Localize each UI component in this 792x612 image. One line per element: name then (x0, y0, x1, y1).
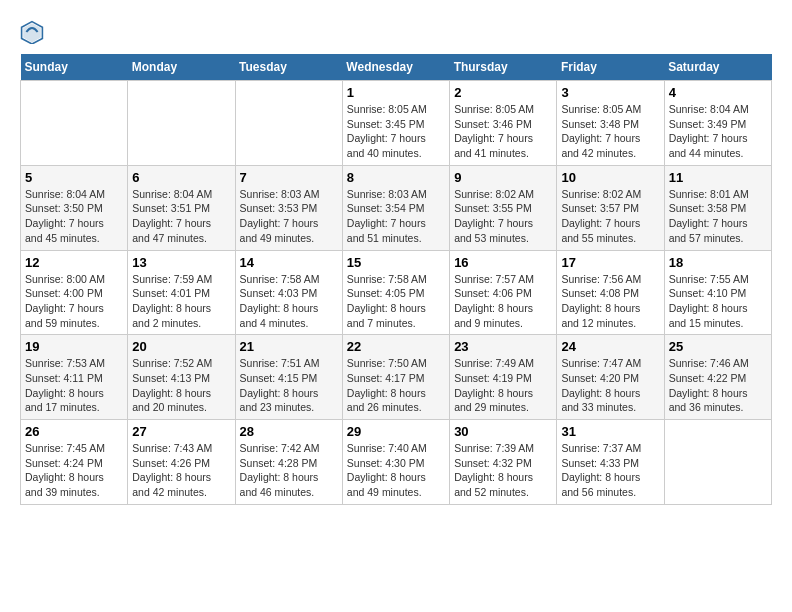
calendar-cell: 4Sunrise: 8:04 AM Sunset: 3:49 PM Daylig… (664, 81, 771, 166)
calendar-cell: 28Sunrise: 7:42 AM Sunset: 4:28 PM Dayli… (235, 420, 342, 505)
day-info: Sunrise: 7:59 AM Sunset: 4:01 PM Dayligh… (132, 272, 230, 331)
calendar-cell: 26Sunrise: 7:45 AM Sunset: 4:24 PM Dayli… (21, 420, 128, 505)
day-number: 30 (454, 424, 552, 439)
calendar-week-row: 26Sunrise: 7:45 AM Sunset: 4:24 PM Dayli… (21, 420, 772, 505)
calendar-cell: 24Sunrise: 7:47 AM Sunset: 4:20 PM Dayli… (557, 335, 664, 420)
day-info: Sunrise: 7:40 AM Sunset: 4:30 PM Dayligh… (347, 441, 445, 500)
calendar-cell: 31Sunrise: 7:37 AM Sunset: 4:33 PM Dayli… (557, 420, 664, 505)
weekday-header-row: SundayMondayTuesdayWednesdayThursdayFrid… (21, 54, 772, 81)
calendar-cell: 23Sunrise: 7:49 AM Sunset: 4:19 PM Dayli… (450, 335, 557, 420)
calendar-cell: 5Sunrise: 8:04 AM Sunset: 3:50 PM Daylig… (21, 165, 128, 250)
weekday-header-sunday: Sunday (21, 54, 128, 81)
day-info: Sunrise: 8:02 AM Sunset: 3:57 PM Dayligh… (561, 187, 659, 246)
day-info: Sunrise: 7:39 AM Sunset: 4:32 PM Dayligh… (454, 441, 552, 500)
day-info: Sunrise: 7:43 AM Sunset: 4:26 PM Dayligh… (132, 441, 230, 500)
day-number: 22 (347, 339, 445, 354)
day-number: 6 (132, 170, 230, 185)
day-info: Sunrise: 7:58 AM Sunset: 4:05 PM Dayligh… (347, 272, 445, 331)
day-number: 24 (561, 339, 659, 354)
day-info: Sunrise: 7:42 AM Sunset: 4:28 PM Dayligh… (240, 441, 338, 500)
weekday-header-tuesday: Tuesday (235, 54, 342, 81)
calendar-cell (21, 81, 128, 166)
calendar-cell: 3Sunrise: 8:05 AM Sunset: 3:48 PM Daylig… (557, 81, 664, 166)
day-info: Sunrise: 8:00 AM Sunset: 4:00 PM Dayligh… (25, 272, 123, 331)
calendar-week-row: 12Sunrise: 8:00 AM Sunset: 4:00 PM Dayli… (21, 250, 772, 335)
day-info: Sunrise: 8:05 AM Sunset: 3:46 PM Dayligh… (454, 102, 552, 161)
logo (20, 20, 48, 44)
day-number: 12 (25, 255, 123, 270)
day-info: Sunrise: 8:02 AM Sunset: 3:55 PM Dayligh… (454, 187, 552, 246)
day-number: 19 (25, 339, 123, 354)
day-info: Sunrise: 7:45 AM Sunset: 4:24 PM Dayligh… (25, 441, 123, 500)
day-number: 8 (347, 170, 445, 185)
day-number: 4 (669, 85, 767, 100)
day-info: Sunrise: 7:58 AM Sunset: 4:03 PM Dayligh… (240, 272, 338, 331)
calendar-week-row: 5Sunrise: 8:04 AM Sunset: 3:50 PM Daylig… (21, 165, 772, 250)
day-info: Sunrise: 8:04 AM Sunset: 3:50 PM Dayligh… (25, 187, 123, 246)
day-info: Sunrise: 7:55 AM Sunset: 4:10 PM Dayligh… (669, 272, 767, 331)
calendar-cell: 12Sunrise: 8:00 AM Sunset: 4:00 PM Dayli… (21, 250, 128, 335)
day-number: 17 (561, 255, 659, 270)
calendar-cell: 27Sunrise: 7:43 AM Sunset: 4:26 PM Dayli… (128, 420, 235, 505)
calendar-cell: 11Sunrise: 8:01 AM Sunset: 3:58 PM Dayli… (664, 165, 771, 250)
calendar-week-row: 1Sunrise: 8:05 AM Sunset: 3:45 PM Daylig… (21, 81, 772, 166)
day-number: 3 (561, 85, 659, 100)
day-number: 2 (454, 85, 552, 100)
calendar-cell: 18Sunrise: 7:55 AM Sunset: 4:10 PM Dayli… (664, 250, 771, 335)
calendar-cell: 1Sunrise: 8:05 AM Sunset: 3:45 PM Daylig… (342, 81, 449, 166)
day-number: 14 (240, 255, 338, 270)
calendar-cell: 9Sunrise: 8:02 AM Sunset: 3:55 PM Daylig… (450, 165, 557, 250)
calendar-cell: 20Sunrise: 7:52 AM Sunset: 4:13 PM Dayli… (128, 335, 235, 420)
calendar-cell: 15Sunrise: 7:58 AM Sunset: 4:05 PM Dayli… (342, 250, 449, 335)
calendar-cell: 7Sunrise: 8:03 AM Sunset: 3:53 PM Daylig… (235, 165, 342, 250)
calendar-cell: 22Sunrise: 7:50 AM Sunset: 4:17 PM Dayli… (342, 335, 449, 420)
weekday-header-thursday: Thursday (450, 54, 557, 81)
day-number: 29 (347, 424, 445, 439)
day-number: 26 (25, 424, 123, 439)
day-info: Sunrise: 8:03 AM Sunset: 3:53 PM Dayligh… (240, 187, 338, 246)
calendar-cell: 2Sunrise: 8:05 AM Sunset: 3:46 PM Daylig… (450, 81, 557, 166)
day-info: Sunrise: 8:05 AM Sunset: 3:48 PM Dayligh… (561, 102, 659, 161)
day-number: 7 (240, 170, 338, 185)
day-info: Sunrise: 8:03 AM Sunset: 3:54 PM Dayligh… (347, 187, 445, 246)
calendar-cell: 8Sunrise: 8:03 AM Sunset: 3:54 PM Daylig… (342, 165, 449, 250)
day-number: 11 (669, 170, 767, 185)
svg-marker-0 (23, 23, 41, 42)
calendar-cell: 25Sunrise: 7:46 AM Sunset: 4:22 PM Dayli… (664, 335, 771, 420)
weekday-header-friday: Friday (557, 54, 664, 81)
weekday-header-wednesday: Wednesday (342, 54, 449, 81)
calendar-cell: 30Sunrise: 7:39 AM Sunset: 4:32 PM Dayli… (450, 420, 557, 505)
day-number: 18 (669, 255, 767, 270)
day-info: Sunrise: 7:46 AM Sunset: 4:22 PM Dayligh… (669, 356, 767, 415)
day-number: 1 (347, 85, 445, 100)
day-number: 25 (669, 339, 767, 354)
day-info: Sunrise: 7:51 AM Sunset: 4:15 PM Dayligh… (240, 356, 338, 415)
day-info: Sunrise: 7:52 AM Sunset: 4:13 PM Dayligh… (132, 356, 230, 415)
weekday-header-saturday: Saturday (664, 54, 771, 81)
day-number: 23 (454, 339, 552, 354)
day-number: 21 (240, 339, 338, 354)
day-number: 20 (132, 339, 230, 354)
day-number: 5 (25, 170, 123, 185)
day-number: 27 (132, 424, 230, 439)
day-info: Sunrise: 7:37 AM Sunset: 4:33 PM Dayligh… (561, 441, 659, 500)
calendar-cell: 21Sunrise: 7:51 AM Sunset: 4:15 PM Dayli… (235, 335, 342, 420)
day-info: Sunrise: 7:56 AM Sunset: 4:08 PM Dayligh… (561, 272, 659, 331)
day-info: Sunrise: 8:01 AM Sunset: 3:58 PM Dayligh… (669, 187, 767, 246)
day-number: 31 (561, 424, 659, 439)
calendar-cell: 13Sunrise: 7:59 AM Sunset: 4:01 PM Dayli… (128, 250, 235, 335)
day-info: Sunrise: 7:50 AM Sunset: 4:17 PM Dayligh… (347, 356, 445, 415)
day-number: 13 (132, 255, 230, 270)
day-info: Sunrise: 7:53 AM Sunset: 4:11 PM Dayligh… (25, 356, 123, 415)
day-info: Sunrise: 7:49 AM Sunset: 4:19 PM Dayligh… (454, 356, 552, 415)
weekday-header-monday: Monday (128, 54, 235, 81)
calendar-table: SundayMondayTuesdayWednesdayThursdayFrid… (20, 54, 772, 505)
day-number: 9 (454, 170, 552, 185)
day-info: Sunrise: 8:04 AM Sunset: 3:51 PM Dayligh… (132, 187, 230, 246)
calendar-cell (128, 81, 235, 166)
calendar-cell: 10Sunrise: 8:02 AM Sunset: 3:57 PM Dayli… (557, 165, 664, 250)
day-info: Sunrise: 7:57 AM Sunset: 4:06 PM Dayligh… (454, 272, 552, 331)
calendar-cell (664, 420, 771, 505)
day-info: Sunrise: 7:47 AM Sunset: 4:20 PM Dayligh… (561, 356, 659, 415)
logo-icon (20, 20, 44, 44)
